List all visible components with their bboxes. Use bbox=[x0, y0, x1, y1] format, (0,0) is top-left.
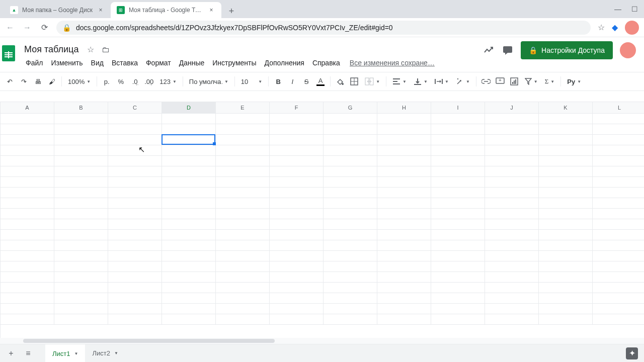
cell[interactable] bbox=[108, 188, 162, 198]
strikethrough-button[interactable]: S bbox=[300, 75, 313, 88]
share-button[interactable]: 🔒 Настройки Доступа bbox=[521, 41, 613, 59]
cell[interactable] bbox=[216, 304, 270, 314]
cell[interactable] bbox=[108, 314, 162, 324]
increase-decimal-button[interactable]: .00→ bbox=[142, 75, 155, 88]
cell[interactable] bbox=[54, 314, 108, 324]
sheet-tab[interactable]: Лист1▼ bbox=[45, 344, 85, 362]
cell[interactable] bbox=[324, 304, 377, 314]
cell[interactable] bbox=[216, 209, 270, 219]
cell[interactable] bbox=[485, 177, 539, 187]
cell[interactable] bbox=[377, 261, 431, 272]
column-header[interactable]: K bbox=[539, 102, 593, 113]
cell[interactable] bbox=[324, 177, 377, 187]
number-format-select[interactable]: 123▼ bbox=[156, 75, 180, 88]
cell[interactable] bbox=[54, 177, 108, 187]
cell[interactable] bbox=[431, 272, 485, 282]
cell[interactable] bbox=[162, 209, 216, 219]
cell[interactable] bbox=[324, 251, 377, 261]
cell[interactable] bbox=[216, 230, 270, 240]
cell[interactable] bbox=[324, 166, 377, 176]
cell[interactable] bbox=[162, 240, 216, 250]
cell[interactable] bbox=[270, 166, 324, 176]
cell[interactable] bbox=[324, 272, 377, 282]
cell[interactable] bbox=[485, 156, 539, 166]
cell[interactable] bbox=[324, 293, 377, 303]
url-input[interactable]: 🔒 docs.google.com/spreadsheets/d/1ZPOvz3… bbox=[56, 21, 591, 35]
chart-button[interactable] bbox=[508, 75, 521, 88]
cell[interactable] bbox=[216, 198, 270, 208]
doc-title[interactable]: Моя таблица bbox=[22, 43, 80, 56]
cell[interactable] bbox=[54, 240, 108, 250]
cell[interactable] bbox=[377, 198, 431, 208]
cell[interactable] bbox=[270, 135, 324, 145]
menu-edit[interactable]: Изменить bbox=[47, 57, 86, 69]
cell[interactable] bbox=[485, 188, 539, 198]
cell[interactable] bbox=[539, 114, 593, 124]
menu-help[interactable]: Справка bbox=[309, 57, 344, 69]
cell[interactable] bbox=[54, 251, 108, 261]
text-color-button[interactable]: A bbox=[314, 75, 327, 88]
cell[interactable] bbox=[1, 293, 54, 303]
cell[interactable] bbox=[377, 188, 431, 198]
cell[interactable] bbox=[270, 124, 324, 134]
cell[interactable] bbox=[216, 114, 270, 124]
cell[interactable] bbox=[324, 135, 377, 145]
back-button[interactable]: ← bbox=[5, 23, 15, 33]
cell[interactable] bbox=[108, 261, 162, 272]
cell[interactable] bbox=[162, 135, 216, 145]
cell[interactable] bbox=[1, 156, 54, 166]
cell[interactable] bbox=[1, 283, 54, 293]
cell[interactable] bbox=[270, 209, 324, 219]
cell[interactable] bbox=[108, 166, 162, 176]
menu-view[interactable]: Вид bbox=[88, 57, 107, 69]
cell[interactable] bbox=[593, 261, 644, 272]
cell[interactable] bbox=[431, 230, 485, 240]
cell[interactable] bbox=[108, 251, 162, 261]
forward-button[interactable]: → bbox=[22, 23, 32, 33]
menu-tools[interactable]: Инструменты bbox=[209, 57, 260, 69]
cell[interactable] bbox=[108, 198, 162, 208]
star-icon[interactable]: ☆ bbox=[86, 45, 96, 54]
zoom-select[interactable]: 100%▼ bbox=[65, 75, 94, 88]
cell[interactable] bbox=[324, 261, 377, 272]
cell[interactable] bbox=[1, 219, 54, 229]
cell[interactable] bbox=[1, 124, 54, 134]
cell[interactable] bbox=[485, 251, 539, 261]
close-icon[interactable]: × bbox=[97, 6, 105, 14]
column-header[interactable]: E bbox=[216, 102, 270, 113]
cell[interactable] bbox=[54, 261, 108, 272]
cell[interactable] bbox=[431, 283, 485, 293]
cell[interactable] bbox=[162, 283, 216, 293]
cell[interactable] bbox=[1, 261, 54, 272]
cell[interactable] bbox=[54, 283, 108, 293]
cell[interactable] bbox=[108, 177, 162, 187]
cell[interactable] bbox=[431, 145, 485, 155]
cell[interactable] bbox=[108, 219, 162, 229]
cell[interactable] bbox=[162, 304, 216, 314]
browser-tab[interactable]: ▲ Моя папка – Google Диск × bbox=[4, 2, 111, 18]
column-header[interactable]: B bbox=[54, 102, 108, 113]
cell[interactable] bbox=[324, 283, 377, 293]
cell[interactable] bbox=[270, 177, 324, 187]
cell[interactable] bbox=[593, 145, 644, 155]
cell[interactable] bbox=[270, 283, 324, 293]
cell[interactable] bbox=[270, 272, 324, 282]
v-align-button[interactable]: ▼ bbox=[411, 75, 431, 88]
cell[interactable] bbox=[108, 304, 162, 314]
cell[interactable] bbox=[431, 293, 485, 303]
cell[interactable] bbox=[377, 166, 431, 176]
activity-icon[interactable] bbox=[482, 44, 495, 56]
merge-cells-button[interactable]: ▼ bbox=[362, 75, 383, 88]
cell[interactable] bbox=[54, 114, 108, 124]
cell[interactable] bbox=[162, 124, 216, 134]
cell[interactable] bbox=[431, 177, 485, 187]
comments-icon[interactable] bbox=[502, 44, 514, 56]
rotate-button[interactable]: ▼ bbox=[453, 75, 473, 88]
cell[interactable] bbox=[593, 209, 644, 219]
cell[interactable] bbox=[108, 272, 162, 282]
cell[interactable] bbox=[162, 177, 216, 187]
cell[interactable] bbox=[270, 156, 324, 166]
cell[interactable] bbox=[216, 293, 270, 303]
column-header[interactable]: J bbox=[485, 102, 539, 113]
column-header[interactable]: I bbox=[431, 102, 485, 113]
